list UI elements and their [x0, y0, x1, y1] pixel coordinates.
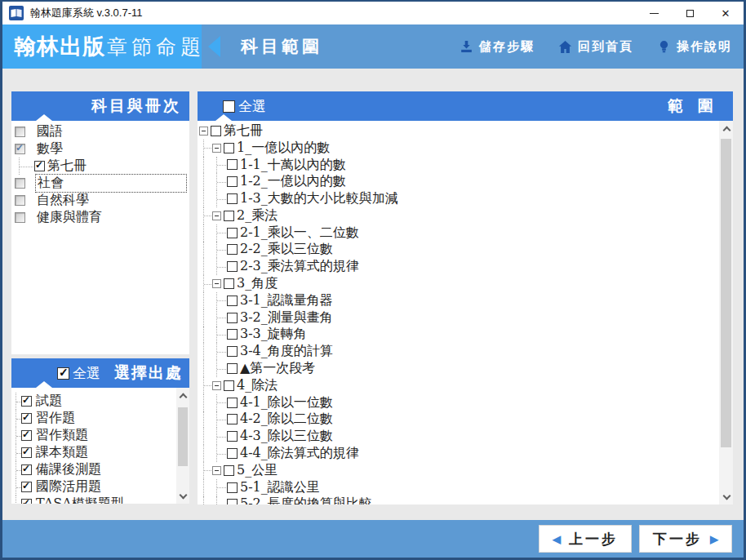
subject-item[interactable]: 自然科學 [11, 192, 189, 209]
close-button[interactable]: ✕ [708, 2, 744, 24]
tree-item[interactable]: 3-3_旋轉角 [198, 327, 733, 344]
tree-item[interactable]: ▲第一次段考 [198, 360, 733, 377]
home-icon [557, 39, 573, 55]
checkbox[interactable] [227, 329, 238, 340]
subject-item[interactable]: 第七冊 [11, 158, 189, 175]
checkbox[interactable] [227, 482, 238, 493]
checkbox[interactable] [224, 278, 234, 289]
checkbox[interactable] [21, 482, 32, 492]
select-all-sources-checkbox[interactable] [57, 367, 69, 380]
scroll-up-icon[interactable] [180, 393, 186, 399]
checkbox[interactable] [21, 430, 32, 441]
tree-item[interactable]: 1-2_一億以內的數 [198, 173, 733, 190]
tree-item[interactable]: 3-1_認識量角器 [198, 292, 733, 309]
subject-item[interactable]: 數學 [11, 140, 189, 158]
tree-item[interactable]: 4_除法 [198, 377, 733, 394]
collapse-icon[interactable] [199, 127, 208, 136]
tree-item[interactable]: 1_一億以內的數 [198, 140, 733, 157]
tree-item[interactable]: 3_角度 [198, 275, 733, 292]
checkbox[interactable] [224, 143, 234, 153]
checkbox[interactable] [227, 499, 238, 504]
tree-item[interactable]: 3-4_角度的計算 [198, 343, 733, 360]
checkbox[interactable] [227, 398, 238, 408]
header-action-button[interactable]: 回到首頁 [557, 39, 633, 55]
prev-step-button[interactable]: ◀ 上一步 [539, 525, 632, 553]
checkbox[interactable] [227, 244, 238, 255]
checkbox[interactable] [224, 380, 234, 391]
scope-scrollbar-thumb[interactable] [721, 139, 731, 447]
checkbox[interactable] [224, 465, 234, 476]
checkbox[interactable] [15, 127, 25, 137]
minimize-icon [650, 13, 659, 14]
checkbox[interactable] [34, 161, 45, 171]
collapse-icon[interactable] [212, 466, 221, 475]
source-item[interactable]: 國際活用題 [11, 478, 189, 496]
source-item[interactable]: TASA模擬題型 [11, 496, 189, 504]
source-item[interactable]: 備課後測題 [11, 461, 189, 478]
checkbox[interactable] [21, 464, 32, 475]
checkbox[interactable] [21, 396, 32, 407]
minimize-button[interactable] [636, 2, 672, 24]
checkbox[interactable] [21, 413, 32, 424]
tree-item[interactable]: 4-4_除法算式的規律 [198, 445, 733, 462]
tree-item[interactable]: 4-2_除以二位數 [198, 411, 733, 429]
subject-item[interactable]: 國語 [11, 123, 189, 140]
checkbox[interactable] [15, 178, 25, 189]
checkbox[interactable] [227, 296, 238, 306]
tree-item-label: 4-3_除以三位數 [240, 428, 333, 445]
checkbox[interactable] [15, 195, 25, 206]
tree-item[interactable]: 1-3_大數的大小比較與加減 [198, 190, 733, 207]
header-action-button[interactable]: 操作說明 [656, 39, 732, 55]
tree-item[interactable]: 第七冊 [198, 122, 733, 140]
source-item[interactable]: 試題 [11, 393, 189, 410]
subject-item[interactable]: 健康與體育 [11, 209, 189, 226]
checkbox[interactable] [227, 414, 238, 424]
tree-item[interactable]: 5_公里 [198, 462, 733, 479]
tree-item[interactable]: 4-3_除以三位數 [198, 428, 733, 445]
maximize-button[interactable] [672, 2, 708, 24]
collapse-icon[interactable] [212, 381, 221, 390]
sources-scrollbar-thumb[interactable] [178, 407, 188, 466]
checkbox[interactable] [211, 126, 221, 136]
checkbox[interactable] [227, 313, 238, 323]
collapse-icon[interactable] [212, 144, 221, 153]
scroll-down-icon[interactable] [180, 492, 186, 499]
tree-item[interactable]: 1-1_十萬以內的數 [198, 157, 733, 174]
tree-item[interactable]: 2_乘法 [198, 207, 733, 224]
tree-item[interactable]: 5-1_認識公里 [198, 479, 733, 496]
checkbox[interactable] [15, 212, 25, 223]
sources-scrollbar[interactable] [176, 388, 189, 504]
tree-item[interactable]: 2-1_乘以一、二位數 [198, 224, 733, 242]
checkbox[interactable] [227, 448, 238, 459]
checkbox[interactable] [227, 193, 238, 204]
checkbox[interactable] [227, 261, 238, 272]
tree-item[interactable]: 2-3_乘法算式的規律 [198, 258, 733, 275]
source-item[interactable]: 習作題 [11, 410, 189, 427]
checkbox[interactable] [21, 447, 32, 458]
source-item[interactable]: 課本類題 [11, 444, 189, 461]
checkbox[interactable] [227, 363, 238, 374]
checkbox[interactable] [15, 144, 25, 154]
sources-list-body: 試題 習作題 習作類題 課本類題 備課後測題 國際活用題 TASA模擬題型 [11, 388, 189, 504]
checkbox[interactable] [21, 499, 32, 504]
tree-item[interactable]: 2-2_乘以三位數 [198, 242, 733, 259]
tree-item[interactable]: 3-2_測量與畫角 [198, 309, 733, 327]
checkbox[interactable] [227, 228, 238, 238]
select-all-scope-checkbox[interactable] [223, 100, 235, 113]
tree-item[interactable]: 4-1_除以一位數 [198, 394, 733, 411]
collapse-icon[interactable] [212, 211, 221, 220]
scope-scrollbar[interactable] [719, 121, 733, 504]
checkbox[interactable] [227, 431, 238, 442]
scroll-up-icon[interactable] [723, 126, 730, 132]
checkbox[interactable] [227, 346, 238, 357]
source-item[interactable]: 習作類題 [11, 427, 189, 444]
checkbox[interactable] [224, 211, 234, 221]
checkbox[interactable] [227, 159, 238, 170]
tree-item[interactable]: 5-2_長度的換算與比較 [198, 496, 733, 504]
scroll-down-icon[interactable] [723, 493, 730, 500]
header-action-button[interactable]: 儲存步驟 [459, 39, 535, 55]
collapse-icon[interactable] [212, 279, 221, 288]
subject-item[interactable]: 社會 [11, 175, 189, 192]
next-step-button[interactable]: 下一步 ▶ [639, 525, 732, 553]
checkbox[interactable] [227, 176, 238, 187]
